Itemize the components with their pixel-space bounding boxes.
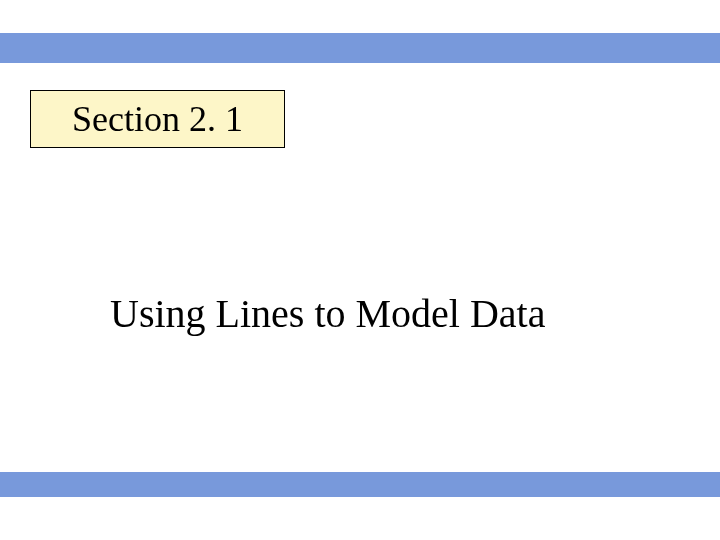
bottom-decorative-bar xyxy=(0,472,720,497)
slide-title: Using Lines to Model Data xyxy=(110,290,546,337)
section-label: Section 2. 1 xyxy=(72,98,243,140)
section-label-box: Section 2. 1 xyxy=(30,90,285,148)
top-decorative-bar xyxy=(0,33,720,63)
